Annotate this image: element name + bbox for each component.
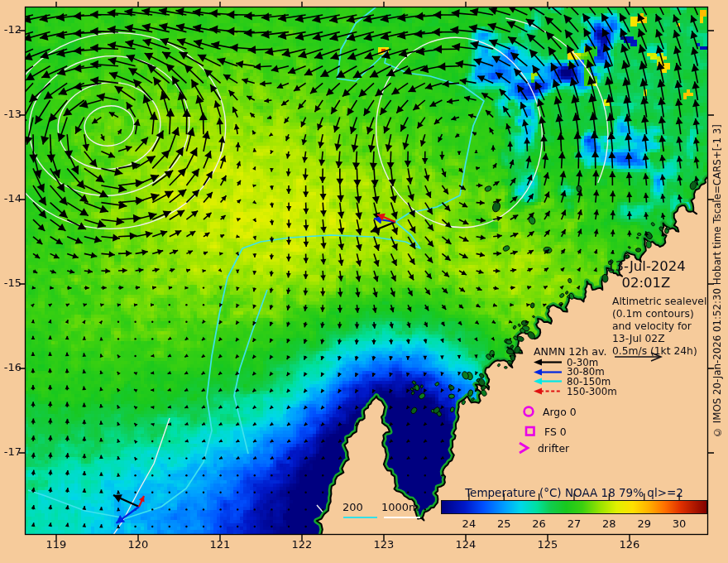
platform-marker-label: drifter [538, 442, 569, 455]
depth-arrow-icon [534, 368, 563, 376]
altimetric-note: Altimetric sealevel(0.1m contours)and ve… [612, 296, 706, 358]
y-axis-tick-label: -16 [0, 361, 22, 373]
copyright-credit: © IMOS 20-Jan-2026 01:52:30 Hobart time … [709, 0, 726, 563]
y-axis-tick-label: -12 [0, 23, 22, 36]
x-axis-tick-label: 122 [285, 538, 318, 551]
colorbar-tick-label: 26 [526, 517, 553, 530]
map-date: 13-Jul-2024 [584, 258, 708, 274]
colorbar-tick-label: 25 [491, 517, 517, 530]
x-axis-tick-label: 126 [613, 538, 646, 551]
platform-marker-row: Argo 0 [521, 404, 577, 419]
colorbar-tick-label: 27 [561, 517, 587, 530]
y-axis-tick-label: -17 [0, 445, 22, 458]
map-time: 02:01Z [584, 275, 708, 291]
isobath-scale-200-label: 200 [342, 501, 363, 513]
colorbar-tick-label: 30 [666, 517, 692, 530]
depth-arrow-icon [534, 378, 563, 385]
colorbar-title: Temperature (°C) NOAA 18 79% ql>=2 [441, 486, 707, 499]
x-axis-tick-label: 125 [531, 538, 564, 551]
colorbar-tick-label: 28 [596, 517, 622, 530]
x-axis-tick-label: 123 [367, 538, 400, 551]
argo-circle-icon [521, 404, 536, 419]
anmn-legend-title: ANMN 12h av. [534, 345, 607, 358]
altimetric-note-line: and velocity for [612, 320, 706, 333]
x-axis-tick-label: 119 [40, 538, 73, 551]
velocity-scale-arrow-icon [614, 351, 665, 363]
drifter-chevron-icon [516, 440, 531, 455]
isobath-scale-1000-label: 1000m [381, 501, 419, 513]
platform-marker-label: Argo 0 [543, 406, 577, 418]
platform-marker-row: drifter [516, 440, 569, 455]
altimetric-note-line: Altimetric sealevel [612, 296, 706, 308]
platform-marker-label: FS 0 [544, 426, 567, 438]
depth-arrow-icon [534, 358, 563, 366]
legend-depth-label: 150-300m [567, 386, 617, 397]
legend-depth-row: 150-300m [534, 387, 617, 397]
altimetric-note-line: 13-Jul 02Z [612, 333, 706, 345]
colorbar-tick-label: 24 [456, 517, 482, 530]
x-axis-tick-label: 124 [449, 538, 482, 551]
x-axis-tick-label: 120 [122, 538, 155, 551]
y-axis-tick-label: -15 [0, 277, 22, 289]
colorbar-tick-label: 29 [631, 517, 658, 530]
anmn-depth-legend: 0-30m30-80m80-150m150-300m [534, 358, 617, 396]
platform-marker-row: FS 0 [523, 424, 567, 439]
y-axis-tick-label: -13 [0, 108, 22, 120]
y-axis-tick-label: -14 [0, 192, 22, 205]
x-axis-tick-label: 121 [204, 538, 237, 551]
imos-ocean-current-map-figure: 119120121122123124125126 -12-13-14-15-16… [0, 0, 728, 563]
fs-square-icon [523, 424, 538, 439]
altimetric-note-line: (0.1m contours) [612, 308, 706, 320]
depth-arrow-icon [534, 387, 563, 395]
